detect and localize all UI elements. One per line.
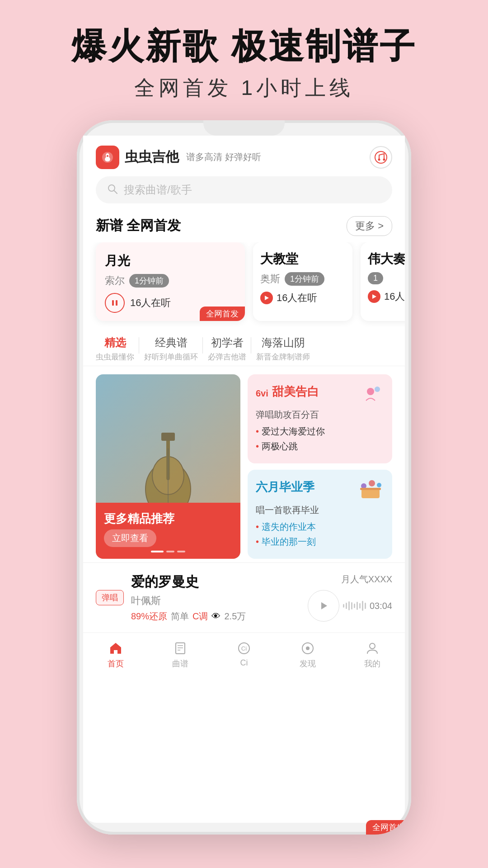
featured-btn[interactable]: 立即查看	[104, 529, 156, 547]
nav-discover[interactable]: 发现	[300, 641, 316, 669]
new-songs-title: 新谱 全网首发	[96, 217, 181, 235]
promo-subtitle-blue: 唱一首歌再毕业	[256, 504, 384, 516]
song-list-meta: 月人气XXXX	[308, 573, 392, 622]
phone-notch	[203, 120, 285, 136]
song-artist: 索尔	[105, 274, 125, 288]
svg-point-20	[369, 480, 375, 486]
category-tabs: 精选 虫虫最懂你 经典谱 好听到单曲循环 初学者 必弹吉他谱 海落山阴 新晋金牌…	[83, 327, 405, 366]
phone-shell: 虫虫吉他 谱多高清 好弹好听	[77, 120, 411, 835]
song-title-sm2: 伟大奏曲	[368, 250, 405, 268]
app-header: 虫虫吉他 谱多高清 好弹好听	[83, 136, 405, 176]
promo-card-blue[interactable]: 六月毕业季 唱一首歌再毕业 遗失的作业本	[248, 470, 392, 559]
song-time-badge: 1分钟前	[129, 274, 169, 288]
song-artist-row-sm2: 1	[368, 272, 405, 284]
nav-home-label: 首页	[108, 658, 124, 669]
dot-1	[151, 551, 164, 552]
page-background: 爆火新歌 极速制谱子 全网首发 1小时上线 虫虫吉他	[0, 0, 488, 868]
song-popularity: 月人气XXXX	[308, 573, 392, 585]
nav-home[interactable]: 首页	[108, 641, 124, 669]
svg-text:Ci: Ci	[241, 645, 247, 652]
headline-main: 爆火新歌 极速制谱子	[71, 27, 417, 66]
song-tag: 弹唱	[96, 590, 124, 605]
svg-point-17	[375, 387, 380, 392]
song-listeners-sm2: 16人在听	[368, 290, 405, 303]
nav-scores-label: 曲谱	[172, 658, 188, 669]
music-note-icon[interactable]	[370, 146, 392, 169]
song-play-btn[interactable]	[308, 590, 339, 622]
nav-profile[interactable]: 我的	[364, 641, 380, 669]
song-listeners-sm1: 16人在听	[260, 291, 345, 305]
tab-sub-jingxuan: 虫虫最懂你	[96, 352, 134, 362]
featured-dots	[104, 551, 232, 552]
tab-beginner[interactable]: 初学者 必弹吉他谱	[208, 335, 256, 362]
song-list-info: 爱的罗曼史 叶佩斯 89%还原 简单 C调 👁 2.5万	[131, 573, 300, 623]
svg-rect-18	[361, 489, 380, 498]
promo-item-blue-2: 毕业的那一刻	[256, 536, 384, 548]
svg-marker-10	[372, 294, 376, 299]
featured-right: 6vi 甜美告白 弹唱助攻百分百 爱过大海爱过你 两极心跳	[248, 374, 392, 559]
tab-label-beginner: 初学者	[208, 335, 246, 350]
tab-classic[interactable]: 经典谱 好听到单曲循环	[144, 335, 208, 362]
svg-point-4	[383, 158, 385, 160]
key-stat: C调	[192, 610, 208, 623]
nav-ci-label: Ci	[240, 658, 248, 668]
song-title-main: 月光	[105, 252, 236, 269]
views-count: 2.5万	[224, 610, 246, 623]
promo-item-pink-1: 爱过大海爱过你	[256, 425, 384, 438]
listeners-sm2: 16人在听	[384, 290, 405, 303]
featured-title: 更多精品推荐	[104, 511, 232, 527]
svg-point-32	[370, 643, 375, 649]
tab-label-hailuoshanyin: 海落山阴	[256, 335, 310, 350]
play-icon-sm2[interactable]	[368, 290, 380, 303]
search-placeholder: 搜索曲谱/歌手	[124, 183, 192, 197]
tab-label-classic: 经典谱	[144, 335, 198, 350]
svg-rect-24	[176, 643, 185, 654]
tab-sub-beginner: 必弹吉他谱	[208, 352, 246, 362]
app-logo-icon	[96, 146, 119, 169]
song-card-sm-2-inner: 伟大奏曲 1 16人在听	[361, 242, 405, 310]
featured-left[interactable]: 更多精品推荐 立即查看	[96, 374, 240, 559]
svg-point-3	[378, 158, 380, 160]
song-card-main[interactable]: 月光 索尔 1分钟前 16人在听	[96, 242, 245, 321]
song-card-sm-1[interactable]: 大教堂 奥斯 1分钟前 16人在听	[253, 242, 352, 321]
listeners-count: 16人在听	[130, 296, 171, 310]
app-name: 虫虫吉他	[125, 148, 179, 166]
promo-subtitle-pink: 弹唱助攻百分百	[256, 409, 384, 421]
svg-point-1	[107, 155, 108, 157]
search-bar[interactable]: 搜索曲谱/歌手	[96, 176, 392, 203]
first-badge: 全网首发	[200, 307, 245, 321]
featured-overlay: 更多精品推荐 立即查看	[96, 503, 240, 559]
more-button[interactable]: 更多 >	[347, 216, 392, 236]
pause-icon[interactable]	[105, 293, 125, 313]
song-artist-row: 索尔 1分钟前	[105, 274, 236, 288]
song-list-stats: 89%还原 简单 C调 👁 2.5万	[131, 610, 300, 623]
views-icon: 👁	[211, 611, 221, 622]
song-duration: 03:04	[370, 601, 392, 611]
search-icon	[107, 183, 118, 197]
svg-rect-7	[112, 300, 114, 306]
new-songs-header: 新谱 全网首发 更多 >	[83, 212, 405, 242]
tab-label-jingxuan: 精选	[96, 335, 134, 350]
promo-title-blue: 六月毕业季	[256, 479, 314, 495]
song-card-sm-2[interactable]: 伟大奏曲 1 16人在听	[361, 242, 405, 321]
tab-jingxuan[interactable]: 精选 虫虫最懂你	[96, 335, 144, 362]
song-artist-row-sm1: 奥斯 1分钟前	[260, 272, 345, 286]
restore-stat: 89%还原	[131, 610, 167, 623]
svg-marker-23	[321, 602, 327, 609]
listeners-sm1: 16人在听	[277, 291, 317, 305]
headline-sub: 全网首发 1小时上线	[71, 74, 417, 102]
bottom-nav: 首页 曲谱 Ci Ci	[83, 632, 405, 675]
play-icon-sm1[interactable]	[260, 292, 273, 304]
nav-ci[interactable]: Ci Ci	[237, 641, 251, 669]
nav-scores[interactable]: 曲谱	[172, 641, 188, 669]
song-list-item[interactable]: 弹唱 爱的罗曼史 叶佩斯 89%还原 简单 C调 👁 2.5万 月人气XXXX	[83, 562, 405, 632]
app-slogan: 谱多高清 好弹好听	[186, 151, 261, 163]
song-list-artist: 叶佩斯	[131, 594, 300, 608]
tab-hailuoshanyin[interactable]: 海落山阴 新晋金牌制谱师	[256, 335, 320, 362]
svg-point-16	[367, 388, 374, 395]
promo-card-pink[interactable]: 6vi 甜美告白 弹唱助攻百分百 爱过大海爱过你 两极心跳	[248, 374, 392, 463]
song-card-main-inner: 月光 索尔 1分钟前 16人在听	[96, 242, 245, 321]
svg-rect-22	[360, 488, 381, 490]
tab-sub-hailuoshanyin: 新晋金牌制谱师	[256, 352, 310, 362]
promo-item-blue-1: 遗失的作业本	[256, 521, 384, 533]
